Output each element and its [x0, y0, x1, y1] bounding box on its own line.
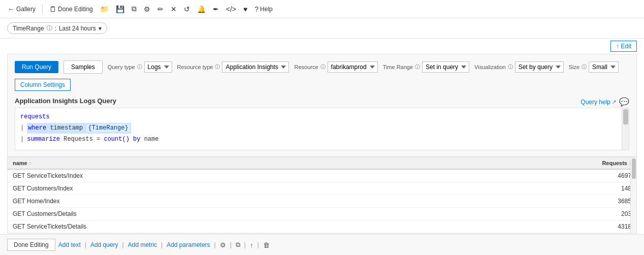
save-button[interactable]: 💾 — [113, 4, 127, 15]
bottom-bar: Done Editing Add text | Add query | Add … — [0, 234, 644, 254]
resource-group: Resource ⓘ fabrikamprod — [294, 61, 377, 73]
results-wrapper: name ↕ Requests ↕ GET ServiceTickets/Ind… — [7, 157, 637, 234]
query-help-row: Application Insights Logs Query Query he… — [15, 97, 629, 108]
query-line-3: | summarize Requests = count() by name — [20, 135, 624, 144]
sep-7: | — [257, 241, 259, 248]
time-range-label: Time Range — [383, 64, 413, 70]
timerange-name: TimeRange — [13, 25, 44, 32]
info-icon: ⓘ — [47, 24, 52, 32]
feedback-icon[interactable]: 💬 — [619, 97, 629, 107]
trash-bottom-icon[interactable]: 🗑 — [263, 241, 270, 249]
chevron-down-icon: ▾ — [99, 25, 102, 32]
done-editing-toolbar-label: Done Editing — [58, 6, 93, 13]
external-link-icon: ↗ — [612, 99, 616, 105]
cell-name: GET Customers/Index — [8, 182, 575, 195]
query-line-1: requests — [20, 112, 624, 122]
sep-5: | — [230, 241, 232, 248]
help-label: Help — [260, 6, 273, 13]
settings-button[interactable]: ⚙ — [141, 4, 153, 15]
sep-3: | — [161, 241, 163, 248]
folder-icon: 📁 — [100, 5, 109, 13]
time-range-info-icon: ⓘ — [415, 63, 420, 71]
query-editor[interactable]: requests | where timestamp {TimeRange} |… — [15, 108, 629, 150]
cell-name: GET Home/Index — [8, 195, 575, 207]
query-keyword-requests: requests — [20, 112, 50, 122]
sep-6: | — [244, 241, 246, 248]
bell-button[interactable]: 🔔 — [195, 4, 208, 15]
copy-bottom-icon[interactable]: ⧉ — [236, 241, 240, 249]
resource-type-info-icon: ⓘ — [215, 63, 220, 71]
query-type-label: Query type — [108, 64, 135, 70]
pipe-1: | — [20, 123, 24, 133]
done-editing-toolbar-button[interactable]: 🗒 Done Editing — [47, 4, 95, 15]
cell-requests: 148 — [575, 182, 636, 195]
cell-requests: 203 — [575, 207, 636, 220]
annotate-icon: ✒ — [213, 5, 219, 13]
up-bottom-icon[interactable]: ↑ — [250, 241, 253, 249]
samples-button[interactable]: Samples — [63, 60, 103, 74]
col-header-requests[interactable]: Requests ↕ — [575, 157, 636, 169]
col-header-name[interactable]: name ↕ — [8, 157, 575, 169]
gear-icon: ⚙ — [144, 5, 150, 13]
query-panel-title: Application Insights Logs Query — [15, 97, 116, 105]
add-query-link[interactable]: Add query — [90, 241, 118, 248]
bell-icon: 🔔 — [197, 5, 206, 13]
resource-type-select[interactable]: Application Insights — [222, 61, 289, 73]
add-parameters-link[interactable]: Add parameters — [167, 241, 210, 248]
time-range-select[interactable]: Set in query — [422, 61, 469, 73]
visualization-select[interactable]: Set by query — [515, 61, 564, 73]
sep-1: | — [85, 241, 86, 248]
floppy-icon: 💾 — [116, 5, 124, 13]
gallery-button[interactable]: ← Gallery — [5, 4, 38, 15]
table-header-row: name ↕ Requests ↕ — [8, 157, 636, 169]
add-metric-link[interactable]: Add metric — [128, 241, 157, 248]
gallery-label: Gallery — [16, 6, 36, 13]
heart-icon: ♥ — [243, 5, 247, 13]
summarize-keyword: summarize — [27, 135, 60, 144]
size-select[interactable]: Small — [589, 61, 619, 73]
query-highlighted-line: where timestamp {TimeRange} — [27, 123, 131, 134]
timerange-separator: : — [55, 25, 56, 32]
edit-button[interactable]: ↑ Edit — [610, 41, 637, 52]
size-group: Size ⓘ Small — [569, 61, 619, 73]
visualization-label: Visualization — [474, 64, 506, 70]
discard-button[interactable]: ✕ — [168, 4, 179, 15]
column-settings-button[interactable]: Column Settings — [15, 79, 71, 91]
sep-4: | — [214, 241, 216, 248]
query-controls: Run Query Samples Query type ⓘ Logs Reso… — [15, 60, 629, 91]
resource-label: Resource — [294, 64, 318, 70]
requests-var: Requests — [63, 135, 93, 144]
size-info-icon: ⓘ — [582, 63, 587, 71]
results-tbody: GET ServiceTickets/Index4697GET Customer… — [8, 169, 636, 233]
done-editing-button[interactable]: Done Editing — [7, 239, 55, 251]
query-help-link[interactable]: Query help ↗ — [581, 99, 616, 106]
edit-pencil-button[interactable]: ✏ — [155, 4, 166, 15]
sep-2: | — [122, 241, 124, 248]
table-row: GET Home/Index3685 — [8, 195, 636, 207]
question-icon: ? — [254, 5, 259, 13]
code-button[interactable]: </> — [223, 4, 239, 15]
help-button[interactable]: ? Help — [252, 4, 275, 15]
copy-button[interactable]: ⧉ — [129, 3, 139, 15]
edit-row: ↑ Edit — [0, 39, 644, 54]
folder-button[interactable]: 📁 — [98, 4, 111, 15]
run-query-button[interactable]: Run Query — [15, 61, 58, 73]
annotate-button[interactable]: ✒ — [210, 4, 221, 15]
resource-type-group: Resource type ⓘ Application Insights — [177, 61, 289, 73]
resource-select[interactable]: fabrikamprod — [328, 61, 378, 73]
count-keyword: count() — [104, 135, 129, 144]
heart-button[interactable]: ♥ — [241, 4, 250, 15]
cell-name: GET ServiceTickets/Details — [8, 220, 575, 233]
results-scrollbar[interactable] — [630, 157, 636, 233]
query-scrollbar[interactable] — [622, 108, 629, 150]
refresh-button[interactable]: ↺ — [181, 4, 192, 15]
settings-bottom-icon[interactable]: ⚙ — [220, 241, 226, 249]
query-type-select[interactable]: Logs — [144, 61, 172, 73]
timerange-selector[interactable]: TimeRange ⓘ : Last 24 hours ▾ — [7, 22, 107, 34]
add-text-link[interactable]: Add text — [58, 241, 81, 248]
query-type-group: Query type ⓘ Logs — [108, 61, 172, 73]
where-keyword: where — [28, 124, 46, 132]
by-keyword: by — [133, 135, 140, 144]
timerange-param: {TimeRange} — [86, 124, 130, 132]
code-icon: </> — [226, 5, 236, 13]
